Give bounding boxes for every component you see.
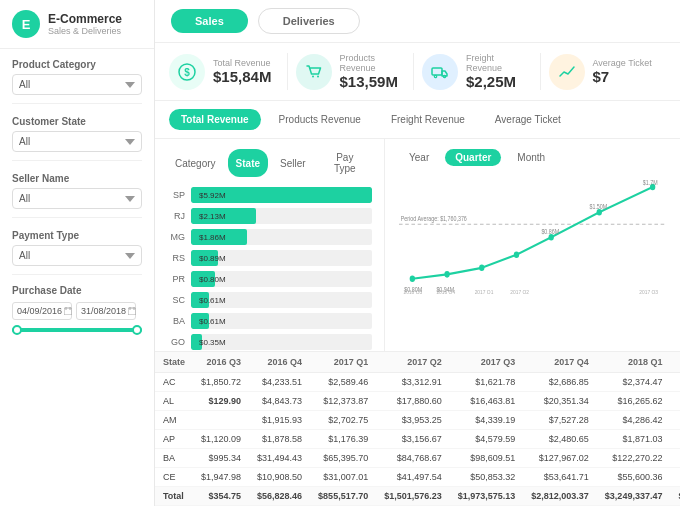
calendar-icon-end [128,307,136,315]
kpi-products-revenue: Products Revenue $13,59M [296,53,415,90]
bar-label-mg: MG [167,232,185,242]
bar-tab-seller[interactable]: Seller [272,149,314,177]
bar-track-ba: $0.61M [191,313,372,329]
kpi-icon-dollar: $ [169,54,205,90]
table-cell-value: $3,332,154.97 [670,487,680,506]
table-cell-value: $3,110.91 [670,411,680,430]
brand-title: E-Commerce [48,12,122,26]
bar-row-mg: MG $1.86M [167,229,372,245]
filter-product-category: Product Category All [0,49,154,101]
bar-track-rs: $0.89M [191,250,372,266]
bar-fill-go: $0.35M [191,334,202,350]
table-cell-value: $1,176.39 [310,430,376,449]
kpi-label-avg-ticket: Average Ticket [593,58,652,68]
table-cell-value: $4,843.73 [249,392,310,411]
table-cell-value: $31,494.43 [249,449,310,468]
table-cell-value: $31,007.01 [310,468,376,487]
trend-icon [558,63,576,81]
table-cell-value: $4,579.59 [450,430,524,449]
table-cell-value: $2,374.47 [597,373,671,392]
filter-select-payment-type[interactable]: All [12,245,142,266]
filter-label-product: Product Category [12,59,142,70]
table-cell-value: $3,312.91 [376,373,450,392]
table-cell-value: $17,880.60 [376,392,450,411]
table-cell-value: $129.90 [193,392,249,411]
table-cell-value: $28,975.36 [670,468,680,487]
sub-tab-total-revenue[interactable]: Total Revenue [169,109,261,130]
table-cell-value: $16,265.62 [597,392,671,411]
table-cell-value: $4,233.51 [249,373,310,392]
table-cell-value: $84,768.67 [376,449,450,468]
table-cell-value: $53,641.71 [523,468,597,487]
kpi-value-freight-revenue: $2,25M [466,73,528,90]
table-cell-value: $16,463.81 [450,392,524,411]
bar-value-rj: $2.13M [199,212,226,221]
filter-label-payment: Payment Type [12,230,142,241]
nav-tab-sales[interactable]: Sales [171,9,248,33]
date-filter-label: Purchase Date [12,285,142,296]
date-range-slider[interactable] [12,328,142,332]
kpi-text-products-revenue: Products Revenue $13,59M [340,53,402,90]
filter-select-product-category[interactable]: All [12,74,142,95]
table-cell-value: $7,527.28 [523,411,597,430]
bar-track-sp: $5.92M [191,187,372,203]
bar-row-sc: SC $0.61M [167,292,372,308]
sub-tab-avg-ticket[interactable]: Average Ticket [483,109,573,130]
table-cell-value: $855,517.70 [310,487,376,506]
table-cell-value: $7,738.91 [670,392,680,411]
filter-select-seller-name[interactable]: All [12,188,142,209]
filter-label-seller: Seller Name [12,173,142,184]
table-cell-state: CE [155,468,193,487]
bar-tab-state[interactable]: State [228,149,268,177]
line-tab-year[interactable]: Year [399,149,439,166]
table-cell-value: $4,339.19 [450,411,524,430]
bar-label-rs: RS [167,253,185,263]
date-start-input[interactable]: 04/09/2016 [12,302,72,320]
svg-point-15 [410,275,415,282]
bar-value-mg: $1.86M [199,233,226,242]
table-cell-value: $1,947.98 [193,468,249,487]
table-row: AM$1,915.93$2,702.75$3,953.25$4,339.19$7… [155,411,680,430]
bar-label-go: GO [167,337,185,347]
bar-tab-paytype[interactable]: Pay Type [318,149,372,177]
line-tab-quarter[interactable]: Quarter [445,149,501,166]
table-cell-value: $12,373.87 [310,392,376,411]
bar-fill-sc: $0.61M [191,292,209,308]
table-cell-state: AL [155,392,193,411]
filter-select-customer-state[interactable]: All [12,131,142,152]
kpi-value-avg-ticket: $7 [593,68,652,85]
line-chart-svg: Period Average: $1,760,376 $0.80M [399,174,666,294]
sub-tab-freight-revenue[interactable]: Freight Revenue [379,109,477,130]
svg-point-11 [434,75,436,77]
svg-text:2017 Q2: 2017 Q2 [510,289,529,294]
table-col-2017-q4: 2017 Q4 [523,352,597,373]
table-cell-value: $3,953.25 [376,411,450,430]
sidebar: E E-Commerce Sales & Deliveries Product … [0,0,155,506]
table-cell-state: AC [155,373,193,392]
bar-value-ba: $0.61M [199,317,226,326]
svg-text:2016 Q4: 2016 Q4 [436,289,455,294]
bar-fill-sp: $5.92M [191,187,372,203]
bar-value-sc: $0.61M [199,296,226,305]
table-col-2018-q2: 2018 Q2 [670,352,680,373]
table-cell-value: $65,395.70 [310,449,376,468]
nav-tab-deliveries[interactable]: Deliveries [258,8,360,34]
bar-track-go: $0.35M [191,334,372,350]
date-end-input[interactable]: 31/08/2018 [76,302,136,320]
table-cell-value: $2,480.65 [523,430,597,449]
table-cell-value: $2,589.46 [310,373,376,392]
bar-tab-category[interactable]: Category [167,149,224,177]
filter-customer-state: Customer State All [0,106,154,158]
data-table-section: State2016 Q32016 Q42017 Q12017 Q22017 Q3… [155,351,680,506]
bar-label-pr: PR [167,274,185,284]
kpi-row: $ Total Revenue $15,84M Products Revenue… [155,43,680,101]
kpi-icon-truck [422,54,458,90]
table-cell-value [193,411,249,430]
table-col-2016-q3: 2016 Q3 [193,352,249,373]
sub-tab-products-revenue[interactable]: Products Revenue [267,109,373,130]
bar-chart-tabs: Category State Seller Pay Type [167,149,372,177]
bar-track-pr: $0.80M [191,271,372,287]
line-tab-month[interactable]: Month [507,149,555,166]
table-cell-value: $1,501,576.23 [376,487,450,506]
bar-fill-rj: $2.13M [191,208,256,224]
